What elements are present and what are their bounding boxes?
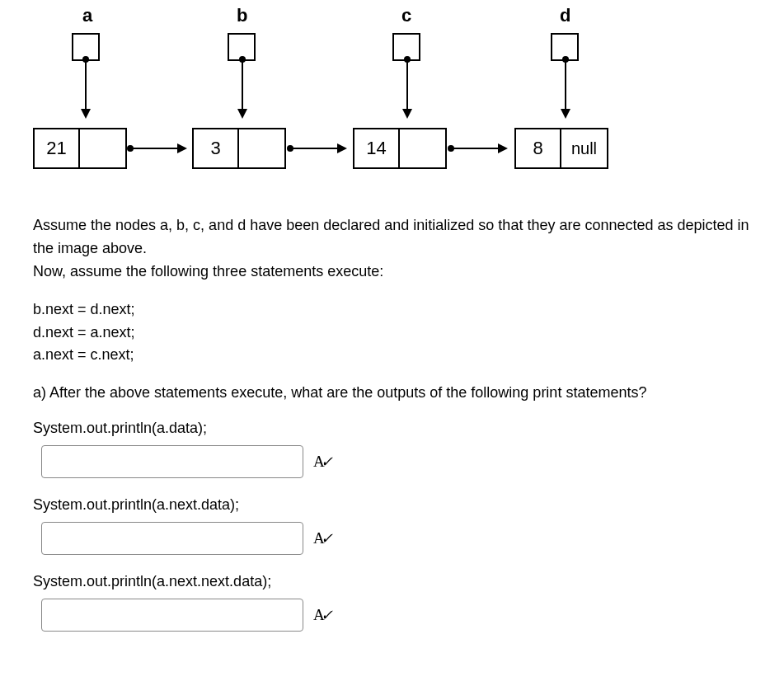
arrow-right-bc <box>292 148 345 149</box>
code-line: b.next = d.next; <box>33 298 751 322</box>
node-next <box>239 129 284 167</box>
code-line: a.next = c.next; <box>33 344 751 367</box>
spellcheck-icon[interactable]: A✓ <box>313 606 333 624</box>
code-block: b.next = d.next; d.next = a.next; a.next… <box>33 298 751 368</box>
node-next: null <box>561 129 607 167</box>
pointer-label-c: c <box>401 5 411 26</box>
spellcheck-icon[interactable]: A✓ <box>313 453 333 471</box>
arrow-right-ab <box>132 148 185 149</box>
answer-input-3[interactable] <box>41 599 303 632</box>
arrow-down-b <box>242 61 243 117</box>
arrow-down-d <box>565 61 566 117</box>
node-next <box>400 129 445 167</box>
pointer-label-d: d <box>560 5 570 26</box>
node-data: 3 <box>194 129 239 167</box>
print-statement-1: System.out.println(a.data); <box>33 420 751 437</box>
node-data: 21 <box>35 129 80 167</box>
spellcheck-icon[interactable]: A✓ <box>313 529 333 547</box>
arrow-down-c <box>406 61 408 117</box>
node-d: 8 null <box>514 128 608 169</box>
linked-list-diagram: a b c d 21 3 14 <box>33 8 751 190</box>
answer-input-1[interactable] <box>41 445 303 478</box>
node-next <box>80 129 125 167</box>
node-a: 21 <box>33 128 127 169</box>
pointer-label-a: a <box>82 5 92 26</box>
node-b: 3 <box>192 128 286 169</box>
answer-input-2[interactable] <box>41 522 303 555</box>
code-line: d.next = a.next; <box>33 322 751 345</box>
pointer-label-b: b <box>237 5 247 26</box>
arrow-down-a <box>85 61 87 117</box>
print-statement-3: System.out.println(a.next.next.data); <box>33 573 751 590</box>
print-statement-2: System.out.println(a.next.data); <box>33 496 751 514</box>
node-c: 14 <box>353 128 447 169</box>
node-data: 14 <box>354 129 400 167</box>
question-a: a) After the above statements execute, w… <box>33 382 751 405</box>
node-data: 8 <box>516 129 561 167</box>
arrow-right-cd <box>453 148 506 149</box>
problem-statement: Assume the nodes a, b, c, and d have bee… <box>33 214 751 284</box>
